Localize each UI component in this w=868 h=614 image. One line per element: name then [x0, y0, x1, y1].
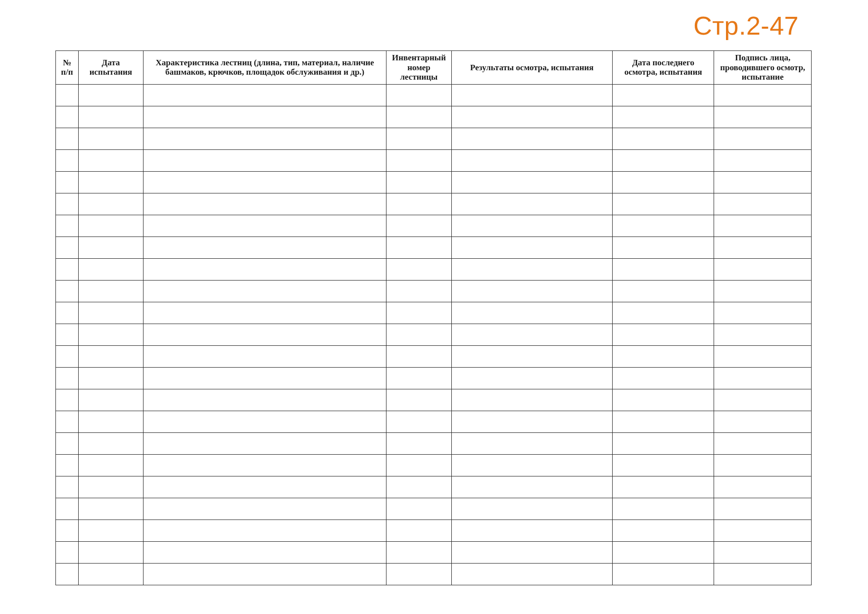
table-cell — [56, 193, 79, 215]
table-cell — [613, 476, 714, 498]
table-cell — [613, 258, 714, 280]
ladder-inspection-table: № п/п Дата испытания Характеристика лест… — [55, 50, 812, 585]
table-cell — [714, 520, 812, 541]
table-row — [56, 302, 812, 324]
table-cell — [451, 367, 612, 389]
table-cell — [386, 84, 451, 106]
table-cell — [56, 520, 79, 541]
table-cell — [143, 389, 386, 411]
table-cell — [78, 432, 143, 454]
table-row — [56, 193, 812, 215]
table-cell — [56, 432, 79, 454]
table-cell — [56, 302, 79, 324]
table-cell — [451, 236, 612, 258]
table-cell — [78, 302, 143, 324]
col-header-characteristics: Характеристика лестниц (длина, тип, мате… — [143, 51, 386, 85]
table-cell — [451, 345, 612, 367]
table-row — [56, 498, 812, 520]
table-row — [56, 432, 812, 454]
table-cell — [56, 128, 79, 149]
table-cell — [386, 345, 451, 367]
table-cell — [78, 454, 143, 476]
table-cell — [56, 236, 79, 258]
table-cell — [714, 345, 812, 367]
table-header-row: № п/п Дата испытания Характеристика лест… — [56, 51, 812, 85]
table-cell — [714, 541, 812, 563]
table-cell — [143, 454, 386, 476]
table-cell — [56, 280, 79, 302]
table-cell — [714, 236, 812, 258]
table-cell — [386, 389, 451, 411]
table-cell — [78, 345, 143, 367]
table-cell — [78, 128, 143, 149]
table-cell — [78, 106, 143, 128]
table-cell — [451, 128, 612, 149]
table-cell — [78, 367, 143, 389]
table-cell — [143, 193, 386, 215]
table-row — [56, 171, 812, 193]
table-cell — [451, 193, 612, 215]
table-cell — [714, 432, 812, 454]
table-cell — [143, 345, 386, 367]
table-cell — [143, 258, 386, 280]
table-cell — [451, 280, 612, 302]
table-cell — [451, 215, 612, 236]
table-cell — [451, 520, 612, 541]
table-cell — [143, 367, 386, 389]
table-cell — [451, 149, 612, 171]
table-cell — [56, 541, 79, 563]
table-cell — [714, 389, 812, 411]
table-cell — [451, 498, 612, 520]
table-row — [56, 258, 812, 280]
table-cell — [143, 84, 386, 106]
table-cell — [714, 149, 812, 171]
table-cell — [56, 476, 79, 498]
table-cell — [613, 520, 714, 541]
table-cell — [613, 498, 714, 520]
table-cell — [78, 84, 143, 106]
table-body — [56, 84, 812, 585]
table-cell — [56, 258, 79, 280]
table-cell — [613, 280, 714, 302]
table-row — [56, 280, 812, 302]
table-cell — [386, 432, 451, 454]
table-cell — [56, 498, 79, 520]
table-cell — [56, 106, 79, 128]
table-cell — [78, 476, 143, 498]
col-header-results: Результаты осмотра, испытания — [451, 51, 612, 85]
table-cell — [714, 84, 812, 106]
table-cell — [386, 411, 451, 432]
table-row — [56, 454, 812, 476]
table-row — [56, 236, 812, 258]
table-cell — [78, 258, 143, 280]
table-cell — [714, 563, 812, 585]
table-row — [56, 345, 812, 367]
table-cell — [143, 171, 386, 193]
table-cell — [56, 149, 79, 171]
table-cell — [78, 280, 143, 302]
table-cell — [451, 324, 612, 345]
table-cell — [143, 411, 386, 432]
table-cell — [386, 324, 451, 345]
table-cell — [143, 128, 386, 149]
table-cell — [714, 106, 812, 128]
table-cell — [56, 171, 79, 193]
table-cell — [451, 411, 612, 432]
table-row — [56, 128, 812, 149]
table-cell — [78, 520, 143, 541]
table-cell — [714, 476, 812, 498]
table-cell — [451, 302, 612, 324]
table-cell — [451, 106, 612, 128]
table-cell — [78, 149, 143, 171]
table-cell — [714, 498, 812, 520]
table-cell — [143, 498, 386, 520]
table-cell — [386, 215, 451, 236]
table-cell — [386, 454, 451, 476]
table-row — [56, 541, 812, 563]
table-cell — [714, 193, 812, 215]
table-cell — [451, 171, 612, 193]
table-cell — [613, 236, 714, 258]
table-cell — [714, 258, 812, 280]
table-cell — [386, 563, 451, 585]
table-cell — [613, 128, 714, 149]
